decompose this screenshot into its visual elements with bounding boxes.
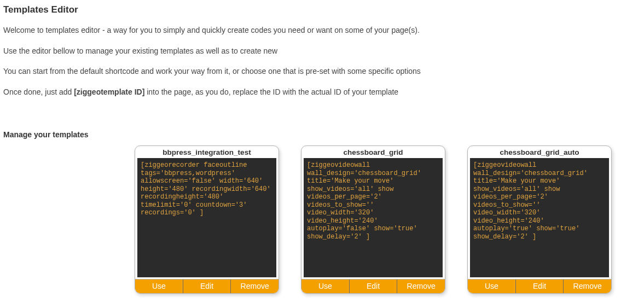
- manage-templates-heading: Manage your templates: [3, 130, 641, 139]
- template-name: bbpress_integration_test: [135, 146, 279, 158]
- template-shortcode: [ziggeotemplate ID]: [74, 88, 144, 96]
- intro-paragraph-2: Use the editor bellow to manage your exi…: [3, 46, 641, 57]
- template-name: chessboard_grid: [301, 146, 445, 158]
- template-card: chessboard_grid [ziggeovideowall wall_de…: [301, 145, 445, 294]
- edit-button[interactable]: Edit: [350, 279, 398, 293]
- template-code: [ziggeovideowall wall_design='chessboard…: [470, 158, 609, 277]
- template-code: [ziggeorecorder faceoutline tags='bbpres…: [137, 158, 276, 277]
- remove-button[interactable]: Remove: [397, 279, 445, 293]
- intro-paragraph-4: Once done, just add [ziggeotemplate ID] …: [3, 87, 641, 98]
- remove-button[interactable]: Remove: [231, 279, 279, 293]
- intro-paragraph-1: Welcome to templates editor - a way for …: [3, 25, 641, 36]
- template-card: chessboard_grid_auto [ziggeovideowall wa…: [467, 145, 612, 294]
- intro-paragraph-3: You can start from the default shortcode…: [3, 66, 641, 77]
- templates-grid: bbpress_integration_test [ziggeorecorder…: [135, 145, 641, 303]
- remove-button[interactable]: Remove: [564, 279, 611, 293]
- template-code: [ziggeovideowall wall_design='chessboard…: [304, 158, 443, 277]
- intro4-prefix: Once done, just add: [3, 88, 74, 96]
- use-button[interactable]: Use: [301, 279, 350, 293]
- edit-button[interactable]: Edit: [516, 279, 564, 293]
- edit-button[interactable]: Edit: [183, 279, 231, 293]
- intro4-suffix: into the page, as you do, replace the ID…: [144, 88, 398, 96]
- page-title: Templates Editor: [3, 4, 641, 15]
- use-button[interactable]: Use: [135, 279, 183, 293]
- template-actions: Use Edit Remove: [301, 279, 445, 293]
- template-actions: Use Edit Remove: [468, 279, 611, 293]
- template-name: chessboard_grid_auto: [468, 146, 611, 158]
- template-card: bbpress_integration_test [ziggeorecorder…: [135, 145, 279, 294]
- use-button[interactable]: Use: [468, 279, 516, 293]
- template-actions: Use Edit Remove: [135, 279, 279, 293]
